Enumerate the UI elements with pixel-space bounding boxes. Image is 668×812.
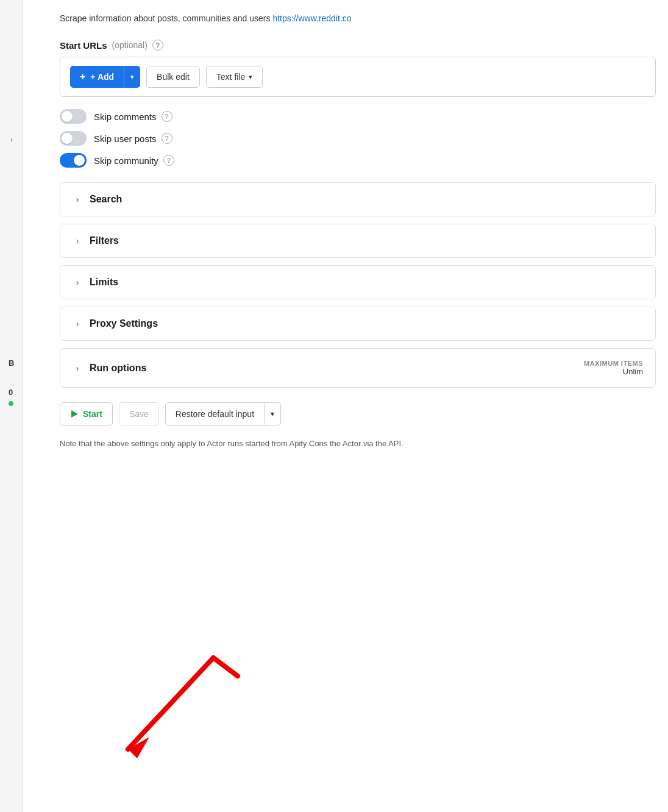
skip-community-label: Skip community ?: [94, 155, 174, 166]
sidebar-badge-b: B: [9, 358, 14, 368]
run-options-meta-label: MAXIMUM ITEMS: [584, 360, 643, 367]
run-options-section: › Run options MAXIMUM ITEMS Unlim: [60, 348, 656, 388]
svg-line-3: [213, 658, 238, 676]
run-options-section-title: Run options: [90, 363, 146, 374]
skip-community-toggle[interactable]: [60, 153, 87, 168]
search-section-title: Search: [90, 194, 122, 205]
save-button[interactable]: Save: [119, 402, 159, 426]
run-options-meta-value: Unlim: [623, 367, 643, 376]
limits-section-title: Limits: [90, 277, 118, 288]
sidebar: ‹ B 0: [0, 0, 23, 812]
toggle-section: Skip comments ? Skip user posts ? Skip c…: [60, 109, 656, 168]
add-button-group: + + Add ▾: [70, 66, 140, 88]
run-options-meta: MAXIMUM ITEMS Unlim: [584, 360, 643, 376]
search-chevron-icon: ›: [73, 194, 82, 204]
skip-comments-label: Skip comments ?: [94, 111, 172, 122]
bulk-edit-button[interactable]: Bulk edit: [146, 66, 200, 88]
restore-default-button[interactable]: Restore default input: [165, 402, 265, 426]
note-text: Note that the above settings only apply …: [60, 438, 608, 451]
restore-dropdown-button[interactable]: ▾: [265, 402, 281, 426]
sidebar-status-dot: [9, 401, 13, 406]
skip-community-row: Skip community ?: [60, 153, 656, 168]
sidebar-badge-0: 0: [9, 388, 13, 397]
add-url-dropdown-button[interactable]: ▾: [124, 66, 140, 88]
start-urls-help-icon[interactable]: ?: [152, 40, 163, 51]
arrow-annotation: [91, 652, 250, 775]
filters-chevron-icon: ›: [73, 236, 82, 246]
play-icon: [70, 410, 79, 418]
restore-button-group: Restore default input ▾: [165, 402, 281, 426]
skip-comments-row: Skip comments ?: [60, 109, 656, 124]
proxy-settings-section: › Proxy Settings: [60, 307, 656, 341]
proxy-settings-section-header[interactable]: › Proxy Settings: [60, 307, 655, 340]
text-file-button[interactable]: Text file ▾: [206, 66, 263, 88]
action-bar: Start Save Restore default input ▾: [60, 402, 656, 426]
proxy-settings-section-title: Proxy Settings: [90, 318, 158, 329]
limits-section: › Limits: [60, 265, 656, 299]
skip-user-posts-toggle[interactable]: [60, 131, 87, 146]
run-options-chevron-icon: ›: [73, 363, 82, 373]
skip-comments-help-icon[interactable]: ?: [162, 111, 172, 122]
limits-section-header[interactable]: › Limits: [60, 266, 655, 299]
description-text: Scrape information about posts, communit…: [60, 12, 656, 25]
filters-section-header[interactable]: › Filters: [60, 224, 655, 257]
skip-user-posts-row: Skip user posts ?: [60, 131, 656, 146]
red-arrow-icon: [91, 652, 250, 774]
add-url-button[interactable]: + + Add: [70, 66, 124, 88]
skip-comments-toggle[interactable]: [60, 109, 87, 124]
filters-section-title: Filters: [90, 235, 119, 246]
start-urls-label: Start URLs (optional) ?: [60, 40, 656, 51]
proxy-settings-chevron-icon: ›: [73, 319, 82, 329]
filters-section: › Filters: [60, 224, 656, 258]
svg-line-1: [128, 658, 213, 749]
url-input-area: + + Add ▾ Bulk edit Text file ▾: [60, 57, 656, 97]
search-section: › Search: [60, 182, 656, 216]
skip-community-help-icon[interactable]: ?: [163, 155, 174, 166]
sidebar-chevron-icon[interactable]: ‹: [5, 133, 18, 146]
run-options-section-header[interactable]: › Run options MAXIMUM ITEMS Unlim: [60, 349, 655, 387]
search-section-header[interactable]: › Search: [60, 183, 655, 216]
skip-user-posts-help-icon[interactable]: ?: [162, 133, 172, 144]
limits-chevron-icon: ›: [73, 277, 82, 287]
start-button[interactable]: Start: [60, 402, 113, 426]
reddit-link[interactable]: https://www.reddit.co: [272, 13, 351, 23]
svg-marker-0: [71, 410, 78, 418]
svg-marker-2: [128, 737, 149, 758]
skip-user-posts-label: Skip user posts ?: [94, 133, 172, 144]
